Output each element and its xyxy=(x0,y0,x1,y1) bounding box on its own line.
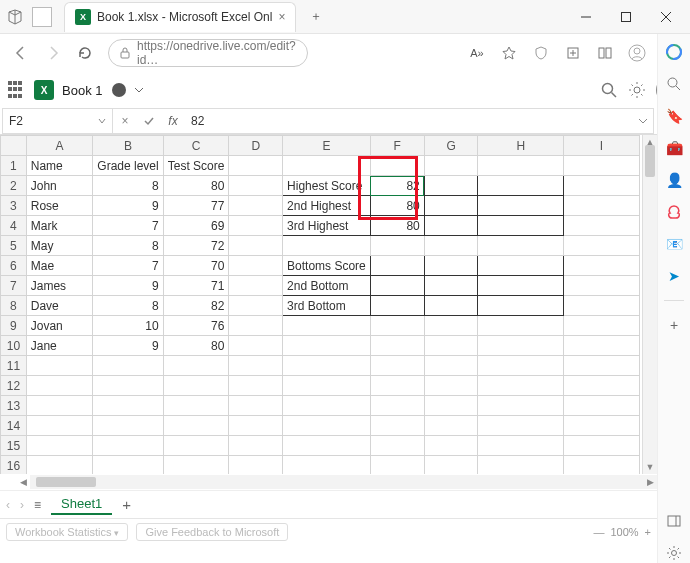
table-row[interactable]: 4 Mark 7 69 3rd Highest 80 xyxy=(1,216,640,236)
cancel-formula-button[interactable]: × xyxy=(113,114,137,128)
sheet-tab[interactable]: Sheet1 xyxy=(51,494,112,515)
scroll-down-icon[interactable]: ▼ xyxy=(643,460,657,474)
games-icon[interactable]: 👤 xyxy=(664,170,684,190)
table-row[interactable]: 8 Dave882 3rd Bottom xyxy=(1,296,640,316)
minimize-button[interactable] xyxy=(566,2,606,32)
vertical-scrollbar[interactable]: ▲ ▼ xyxy=(642,135,657,474)
settings-icon[interactable] xyxy=(628,81,646,99)
add-tool-button[interactable]: + xyxy=(664,315,684,335)
table-row[interactable]: 13 xyxy=(1,396,640,416)
row-header[interactable]: 8 xyxy=(1,296,27,316)
table-row[interactable]: 6 Mae770 Bottoms Score xyxy=(1,256,640,276)
save-status-icon[interactable] xyxy=(112,83,126,97)
col-header[interactable]: G xyxy=(424,136,478,156)
col-header[interactable]: H xyxy=(478,136,564,156)
svg-point-10 xyxy=(629,45,645,61)
browser-tab[interactable]: X Book 1.xlsx - Microsoft Excel Onl × xyxy=(64,2,296,32)
col-header[interactable]: I xyxy=(564,136,640,156)
zoom-level[interactable]: 100% xyxy=(610,526,638,538)
scroll-right-icon[interactable]: ▶ xyxy=(643,475,657,489)
table-row[interactable]: 14 xyxy=(1,416,640,436)
horizontal-scrollbar[interactable]: ◀ ▶ xyxy=(30,475,657,489)
scrollbar-thumb[interactable] xyxy=(36,477,96,487)
profile-button[interactable] xyxy=(622,39,652,67)
new-tab-button[interactable]: ＋ xyxy=(302,3,330,31)
tab-actions-button[interactable] xyxy=(32,7,52,27)
security-flag-icon[interactable] xyxy=(526,39,556,67)
row-header[interactable]: 3 xyxy=(1,196,27,216)
accept-formula-button[interactable] xyxy=(137,115,161,127)
read-aloud-button[interactable]: A» xyxy=(462,39,492,67)
row-header[interactable]: 1 xyxy=(1,156,27,176)
shopping-icon[interactable]: 🔖 xyxy=(664,106,684,126)
split-screen-button[interactable] xyxy=(590,39,620,67)
fx-icon[interactable]: fx xyxy=(161,114,185,128)
zoom-in-button[interactable]: + xyxy=(645,526,651,538)
table-row[interactable]: 2 John 8 80 Highest Score 82 xyxy=(1,176,640,196)
chevron-down-icon[interactable] xyxy=(134,85,144,95)
col-header[interactable]: B xyxy=(93,136,163,156)
scrollbar-thumb[interactable] xyxy=(645,145,655,177)
chevron-left-icon[interactable]: ‹ xyxy=(6,498,10,512)
browser-addressbar: https://onedrive.live.com/edit?id… A» xyxy=(0,34,690,72)
excel-header: X Book 1 UU xyxy=(0,72,690,108)
all-sheets-icon[interactable]: ≡ xyxy=(34,498,41,512)
row-header[interactable]: 2 xyxy=(1,176,27,196)
select-all-corner[interactable] xyxy=(1,136,27,156)
expand-formula-bar-button[interactable] xyxy=(633,116,653,126)
row-header[interactable]: 6 xyxy=(1,256,27,276)
maximize-button[interactable] xyxy=(606,2,646,32)
outlook-icon[interactable]: 📧 xyxy=(664,234,684,254)
collections-button[interactable] xyxy=(558,39,588,67)
col-header[interactable]: E xyxy=(283,136,371,156)
svg-line-21 xyxy=(676,86,680,90)
tab-title: Book 1.xlsx - Microsoft Excel Onl xyxy=(97,10,272,24)
search-rail-icon[interactable] xyxy=(664,74,684,94)
table-row[interactable]: 12 xyxy=(1,376,640,396)
grid[interactable]: A B C D E F G H I 1 Name Grade level Tes… xyxy=(0,135,640,474)
scroll-left-icon[interactable]: ◀ xyxy=(16,475,30,489)
send-icon[interactable]: ➤ xyxy=(664,266,684,286)
favorite-button[interactable] xyxy=(494,39,524,67)
chevron-right-icon[interactable]: › xyxy=(20,498,24,512)
zoom-out-button[interactable]: — xyxy=(593,526,604,538)
search-icon[interactable] xyxy=(600,81,618,99)
copilot-icon[interactable] xyxy=(664,42,684,62)
table-row[interactable]: 7 James971 2nd Bottom xyxy=(1,276,640,296)
col-header[interactable]: F xyxy=(370,136,424,156)
formula-input[interactable]: 82 xyxy=(185,114,633,128)
tools-icon[interactable]: 🧰 xyxy=(664,138,684,158)
name-box[interactable]: F2 xyxy=(3,109,113,133)
refresh-button[interactable] xyxy=(70,38,100,68)
close-tab-icon[interactable]: × xyxy=(278,10,285,24)
col-header[interactable]: D xyxy=(229,136,283,156)
toggle-sidebar-icon[interactable] xyxy=(664,511,684,531)
app-launcher-icon[interactable] xyxy=(8,81,26,99)
workspaces-icon[interactable] xyxy=(4,6,26,28)
table-row[interactable]: 16 xyxy=(1,456,640,475)
office-icon[interactable] xyxy=(664,202,684,222)
row-header[interactable]: 7 xyxy=(1,276,27,296)
feedback-button[interactable]: Give Feedback to Microsoft xyxy=(136,523,288,541)
close-window-button[interactable] xyxy=(646,2,686,32)
table-row[interactable]: 9 Jovan1076 xyxy=(1,316,640,336)
row-header[interactable]: 10 xyxy=(1,336,27,356)
add-sheet-button[interactable]: + xyxy=(122,496,131,513)
table-row[interactable]: 1 Name Grade level Test Score xyxy=(1,156,640,176)
workbook-stats-button[interactable]: Workbook Statistics ▾ xyxy=(6,523,128,541)
table-row[interactable]: 10 Jane980 xyxy=(1,336,640,356)
col-header[interactable]: C xyxy=(163,136,229,156)
url-input[interactable]: https://onedrive.live.com/edit?id… xyxy=(108,39,308,67)
row-header[interactable]: 5 xyxy=(1,236,27,256)
row-header[interactable]: 9 xyxy=(1,316,27,336)
edge-settings-icon[interactable] xyxy=(664,543,684,563)
table-row[interactable]: 5 May872 xyxy=(1,236,640,256)
formula-bar: F2 × fx 82 xyxy=(2,108,654,134)
col-header[interactable]: A xyxy=(26,136,93,156)
table-row[interactable]: 3 Rose 9 77 2nd Highest 80 xyxy=(1,196,640,216)
row-header[interactable]: 4 xyxy=(1,216,27,236)
table-row[interactable]: 15 xyxy=(1,436,640,456)
back-button[interactable] xyxy=(6,38,36,68)
table-row[interactable]: 11 xyxy=(1,356,640,376)
workbook-name[interactable]: Book 1 xyxy=(62,83,102,98)
